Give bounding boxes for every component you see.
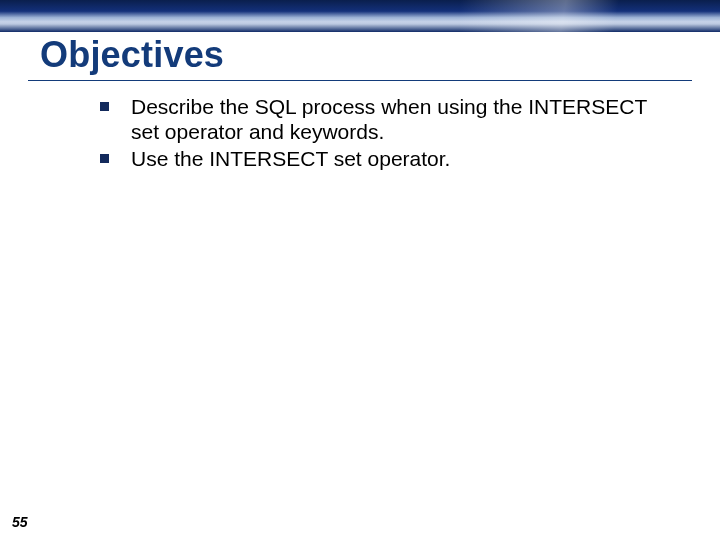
banner-sheen: [460, 0, 720, 32]
square-bullet-icon: [100, 154, 109, 163]
page-number: 55: [12, 514, 28, 530]
bullet-text: Use the INTERSECT set operator.: [131, 146, 450, 171]
list-item: Describe the SQL process when using the …: [100, 94, 660, 144]
title-underline: [28, 80, 692, 81]
square-bullet-icon: [100, 102, 109, 111]
list-item: Use the INTERSECT set operator.: [100, 146, 660, 171]
bullet-text: Describe the SQL process when using the …: [131, 94, 660, 144]
content-area: Describe the SQL process when using the …: [100, 94, 660, 173]
slide-title: Objectives: [40, 34, 224, 76]
top-banner: [0, 0, 720, 32]
